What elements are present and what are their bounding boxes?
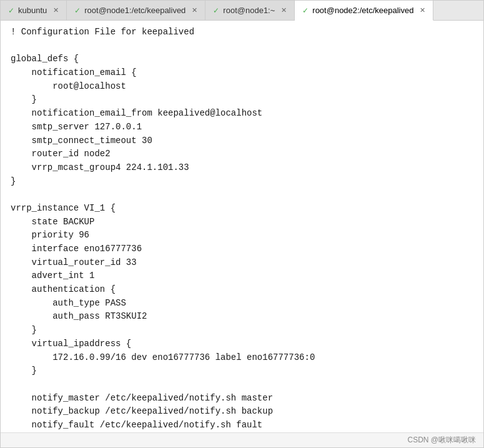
tab-node1-keepalived-label: root@node1:/etc/keepalived: [84, 6, 185, 15]
tab-kubuntu[interactable]: ✓ kubuntu ✕: [1, 1, 67, 20]
tab-node1-keepalived[interactable]: ✓ root@node1:/etc/keepalived ✕: [67, 1, 205, 20]
tab-node1-home[interactable]: ✓ root@node1:~ ✕: [205, 1, 295, 20]
tab-check-icon-2: ✓: [74, 6, 81, 15]
tab-node1-home-label: root@node1:~: [223, 6, 275, 15]
tab-kubuntu-label: kubuntu: [18, 6, 47, 15]
tab-node2-keepalived-close[interactable]: ✕: [420, 6, 425, 14]
tab-node2-keepalived-label: root@node2:/etc/keepalived: [312, 6, 413, 15]
tab-check-icon-3: ✓: [213, 6, 219, 15]
config-text: ! Configuration File for keepalived glob…: [11, 26, 473, 432]
terminal-content[interactable]: ! Configuration File for keepalived glob…: [1, 21, 483, 432]
tab-node1-home-close[interactable]: ✕: [281, 6, 287, 14]
footer-bar: CSDN @啾咪噶啾咪: [1, 432, 483, 447]
tab-node2-keepalived[interactable]: ✓ root@node2:/etc/keepalived ✕: [295, 1, 433, 21]
tab-check-icon: ✓: [8, 6, 14, 15]
terminal-window: ✓ kubuntu ✕ ✓ root@node1:/etc/keepalived…: [0, 0, 484, 448]
tab-kubuntu-close[interactable]: ✕: [53, 6, 59, 14]
tab-check-icon-4: ✓: [302, 6, 309, 15]
tab-node1-keepalived-close[interactable]: ✕: [192, 6, 197, 14]
watermark: CSDN @啾咪噶啾咪: [407, 435, 476, 446]
tab-bar: ✓ kubuntu ✕ ✓ root@node1:/etc/keepalived…: [1, 1, 483, 21]
